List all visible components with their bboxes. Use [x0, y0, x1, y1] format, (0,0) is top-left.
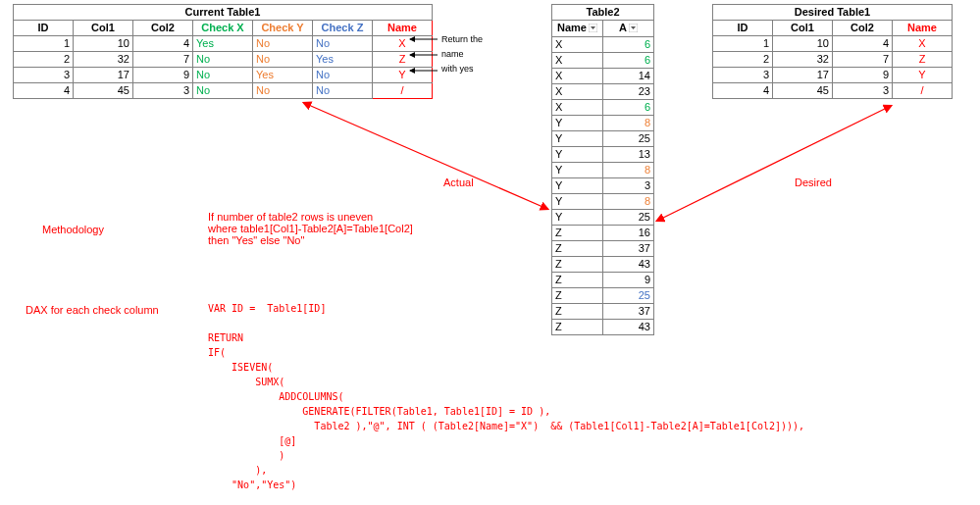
table-row: Y8 — [552, 162, 654, 177]
col-header: Col2 — [833, 21, 893, 36]
svg-line-5 — [304, 103, 547, 209]
table-row: 2 32 7 No No Yes Z — [14, 52, 433, 68]
table-row: Y13 — [552, 146, 654, 162]
table-row: Y8 — [552, 115, 654, 130]
table-row: X6 — [552, 36, 654, 52]
table-row: X23 — [552, 83, 654, 99]
table-row: 3179Y — [713, 68, 953, 83]
desired-table-title: Desired Table1 — [713, 5, 953, 21]
desired-arrow — [647, 98, 903, 235]
col-header-checky: Check Y — [253, 21, 313, 36]
table-row: Z43 — [552, 256, 654, 272]
annot-return1: Return the — [441, 34, 483, 44]
desired-table1: Desired Table1 ID Col1 Col2 Name 1104X23… — [712, 4, 953, 99]
actual-arrow — [294, 93, 559, 221]
desired-label: Desired — [795, 177, 832, 188]
methodology-label: Methodology — [42, 224, 104, 235]
methodology-text: If number of table2 rows is uneven where… — [208, 211, 413, 246]
table-row: Y25 — [552, 209, 654, 225]
table-row: X6 — [552, 52, 654, 68]
annot-return2: name — [441, 49, 464, 59]
col-header: Col1 — [74, 21, 133, 36]
table-row: Z9 — [552, 272, 654, 287]
table-row: X14 — [552, 68, 654, 83]
col-header-name: Name — [373, 21, 433, 36]
table-row: Z16 — [552, 225, 654, 240]
table-row: Z37 — [552, 240, 654, 256]
table-row: Y3 — [552, 177, 654, 193]
table-row: 4453/ — [713, 83, 953, 99]
table-row: Y25 — [552, 130, 654, 146]
filter-icon[interactable] — [629, 22, 638, 36]
current-table1: Current Table1 ID Col1 Col2 Check X Chec… — [13, 4, 433, 99]
col-header: ID — [14, 21, 74, 36]
col-header: Col1 — [773, 21, 833, 36]
table-row: Y8 — [552, 193, 654, 209]
table-row: 2327Z — [713, 52, 953, 68]
col-header: ID — [713, 21, 773, 36]
current-table-title: Current Table1 — [14, 5, 433, 21]
col-header-a: A — [603, 21, 654, 37]
col-header: Col2 — [133, 21, 193, 36]
table-row: 4 45 3 No No No / — [14, 83, 433, 99]
table-row: X6 — [552, 99, 654, 115]
table-row: 3 17 9 No Yes No Y — [14, 68, 433, 83]
table-row: 1 10 4 Yes No No X — [14, 36, 433, 52]
table2: Table2 Name A X6X6X14X23X6Y8Y25Y13Y8Y3Y8… — [551, 4, 654, 335]
dax-label: DAX for each check column — [26, 304, 159, 316]
table-row: 1104X — [713, 36, 953, 52]
filter-icon[interactable] — [589, 22, 597, 36]
actual-label: Actual — [443, 177, 474, 188]
table2-title: Table2 — [552, 5, 654, 21]
col-header-checkx: Check X — [193, 21, 253, 36]
dax-code: VAR ID = Table1[ID] RETURN IF( ISEVEN( S… — [208, 301, 804, 492]
col-header-name: Name — [893, 21, 953, 36]
svg-line-6 — [657, 106, 891, 221]
col-header-name2: Name — [552, 21, 603, 37]
col-header-checkz: Check Z — [313, 21, 373, 36]
annot-return3: with yes — [441, 64, 474, 74]
